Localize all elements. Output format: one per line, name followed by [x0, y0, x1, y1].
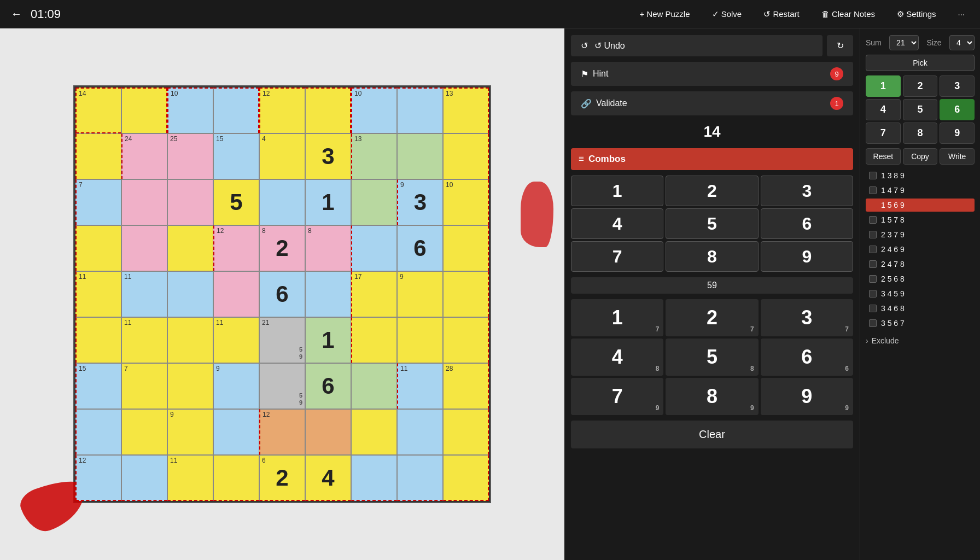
cell-r8c7[interactable] — [351, 409, 397, 455]
size-dropdown[interactable]: 4 3 5 — [949, 35, 975, 50]
cell-r1c4[interactable] — [213, 88, 259, 133]
combo-num-9[interactable]: 9 — [761, 241, 853, 272]
cell-r1c1[interactable]: 14 — [75, 88, 121, 133]
cell-r9c9[interactable] — [443, 455, 489, 501]
cell-r3c1[interactable]: 7 — [75, 179, 121, 225]
cell-r7c2[interactable]: 7 — [121, 363, 167, 409]
combo-item-2379[interactable]: 2 3 7 9 — [866, 228, 975, 241]
cell-r2c1[interactable] — [75, 133, 121, 179]
cell-r6c3[interactable] — [167, 317, 213, 363]
cell-r5c4[interactable] — [213, 271, 259, 317]
cell-r2c5[interactable]: 4 — [259, 133, 305, 179]
cell-r6c1[interactable] — [75, 317, 121, 363]
combo-item-3459[interactable]: 3 4 5 9 — [866, 287, 975, 300]
undo-button[interactable]: ↺ ↺ Undo — [571, 35, 822, 56]
num-sel-6[interactable]: 6 — [940, 99, 975, 120]
cell-r9c1[interactable]: 12 — [75, 455, 121, 501]
combo-item-3468[interactable]: 3 4 6 8 — [866, 302, 975, 315]
cell-r8c5[interactable]: 12 — [259, 409, 305, 455]
cell-r2c9[interactable] — [443, 133, 489, 179]
new-puzzle-button[interactable]: + New Puzzle — [635, 7, 694, 21]
cell-r2c4[interactable]: 15 — [213, 133, 259, 179]
cell-r7c5[interactable]: 59 — [259, 363, 305, 409]
num-sel-9[interactable]: 9 — [940, 122, 975, 144]
cell-r7c3[interactable] — [167, 363, 213, 409]
cell-r5c6[interactable] — [305, 271, 351, 317]
pad-2[interactable]: 27 — [666, 299, 758, 336]
cell-r3c5[interactable] — [259, 179, 305, 225]
cell-r1c9[interactable]: 13 — [443, 88, 489, 133]
back-button[interactable]: ← — [11, 8, 22, 20]
cell-r7c6[interactable]: 6 — [305, 363, 351, 409]
write-button[interactable]: Write — [940, 148, 975, 165]
combo-item-1479[interactable]: 1 4 7 9 — [866, 184, 975, 197]
cell-r3c4[interactable]: 5 — [213, 179, 259, 225]
pad-6[interactable]: 66 — [761, 339, 853, 376]
clear-button[interactable]: Clear — [571, 421, 853, 448]
combo-num-8[interactable]: 8 — [666, 241, 758, 272]
cell-r8c2[interactable] — [121, 409, 167, 455]
combo-num-2[interactable]: 2 — [666, 176, 758, 206]
combo-item-2478[interactable]: 2 4 7 8 — [866, 258, 975, 271]
cell-r7c7[interactable] — [351, 363, 397, 409]
sum-dropdown[interactable]: 21 14 — [889, 35, 919, 50]
pad-1[interactable]: 17 — [571, 299, 663, 336]
cell-r9c5[interactable]: 6 2 — [259, 455, 305, 501]
cell-r8c1[interactable] — [75, 409, 121, 455]
pad-9[interactable]: 99 — [761, 378, 853, 415]
cell-r3c3[interactable] — [167, 179, 213, 225]
cell-r3c7[interactable] — [351, 179, 397, 225]
cell-r1c2[interactable] — [121, 88, 167, 133]
cell-r5c3[interactable] — [167, 271, 213, 317]
more-button[interactable]: ··· — [953, 7, 969, 21]
cell-r1c3[interactable]: 10 — [167, 88, 213, 133]
cell-r4c6[interactable]: 8 — [305, 225, 351, 271]
clear-notes-button[interactable]: 🗑 Clear Notes — [817, 7, 879, 21]
cell-r6c8[interactable] — [397, 317, 443, 363]
combo-item-2469[interactable]: 2 4 6 9 — [866, 243, 975, 256]
combo-num-3[interactable]: 3 — [761, 176, 853, 206]
cell-r4c3[interactable] — [167, 225, 213, 271]
reset-button[interactable]: Reset — [866, 148, 901, 165]
cell-r6c2[interactable]: 11 — [121, 317, 167, 363]
pad-8[interactable]: 89 — [666, 378, 758, 415]
cell-r7c9[interactable]: 28 — [443, 363, 489, 409]
hint-button[interactable]: ⚑ Hint 9 — [571, 62, 853, 86]
cell-r8c4[interactable] — [213, 409, 259, 455]
cell-r5c1[interactable]: 11 — [75, 271, 121, 317]
combo-item-3567[interactable]: 3 5 6 7 — [866, 317, 975, 330]
cell-r3c9[interactable]: 10 — [443, 179, 489, 225]
cell-r5c2[interactable]: 11 — [121, 271, 167, 317]
cell-r6c4[interactable]: 11 — [213, 317, 259, 363]
cell-r7c4[interactable]: 9 — [213, 363, 259, 409]
combo-num-4[interactable]: 4 — [571, 208, 663, 239]
cell-r4c4[interactable]: 12 — [213, 225, 259, 271]
cell-r5c7[interactable]: 17 — [351, 271, 397, 317]
redo-button[interactable]: ↻ — [827, 35, 853, 56]
num-sel-1[interactable]: 1 — [866, 75, 901, 97]
num-sel-7[interactable]: 7 — [866, 122, 901, 144]
cell-r4c7[interactable] — [351, 225, 397, 271]
combo-num-5[interactable]: 5 — [666, 208, 758, 239]
cell-r2c3[interactable]: 25 — [167, 133, 213, 179]
cell-r4c2[interactable] — [121, 225, 167, 271]
num-sel-4[interactable]: 4 — [866, 99, 901, 120]
combo-item-2568[interactable]: 2 5 6 8 — [866, 272, 975, 285]
cell-r2c6[interactable]: 3 — [305, 133, 351, 179]
pad-4[interactable]: 48 — [571, 339, 663, 376]
restart-button[interactable]: ↺ Restart — [759, 7, 804, 21]
pick-button[interactable]: Pick — [866, 55, 975, 71]
cell-r9c6[interactable]: 4 — [305, 455, 351, 501]
cell-r3c6[interactable]: 1 — [305, 179, 351, 225]
cell-r4c1[interactable] — [75, 225, 121, 271]
combo-item-1569[interactable]: 1 5 6 9 — [866, 199, 975, 212]
cell-r8c9[interactable] — [443, 409, 489, 455]
cell-r4c5[interactable]: 8 2 — [259, 225, 305, 271]
settings-button[interactable]: ⚙ Settings — [892, 7, 940, 21]
cell-r1c5[interactable]: 12 — [259, 88, 305, 133]
cell-r4c8[interactable]: 6 — [397, 225, 443, 271]
cell-r9c2[interactable] — [121, 455, 167, 501]
combo-item-1578[interactable]: 1 5 7 8 — [866, 213, 975, 226]
cell-r5c8[interactable]: 9 — [397, 271, 443, 317]
cell-r3c2[interactable] — [121, 179, 167, 225]
